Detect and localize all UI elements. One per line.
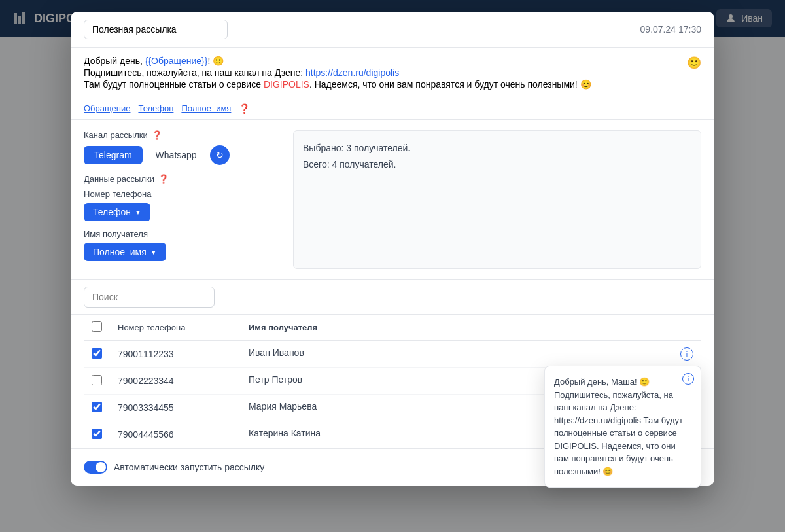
phone-dropdown-btn[interactable]: Телефон ▼ [84, 203, 150, 221]
phone-dropdown-arrow: ▼ [135, 209, 141, 216]
message-line3: Там будут полноценные статьи о сервисе D… [84, 79, 682, 90]
refresh-button[interactable]: ↻ [210, 145, 230, 165]
preview-text: Добрый день, Маша! 🙂 Подпишитесь, пожалу… [554, 376, 691, 478]
message-line2: Подпишитесь, пожалуйста, на наш канал на… [84, 67, 682, 78]
recipient-name-label: Имя получателя [84, 229, 280, 239]
row-checkbox-0[interactable] [92, 348, 102, 359]
tab-whatsapp[interactable]: Whatsapp [145, 146, 207, 164]
row-checkbox-1[interactable] [92, 375, 102, 385]
var-tag-fullname[interactable]: Полное_имя [181, 103, 231, 114]
channel-section: Канал рассылки ❓ Telegram Whatsapp ↻ Дан… [71, 120, 714, 280]
brand-name: DIGIPOLIS [264, 79, 309, 90]
recipients-total: Всего: 4 получателей. [303, 156, 691, 173]
data-help-icon[interactable]: ❓ [158, 174, 169, 184]
variable-tags-row: Обращение Телефон Полное_имя ❓ [71, 98, 714, 120]
message-area: Добрый день, {{Обращение}}! 🙂 Подпишитес… [71, 48, 714, 98]
preview-info-icon[interactable]: i [682, 373, 694, 385]
var-tag-phone[interactable]: Телефон [138, 103, 173, 114]
emoji-button[interactable]: 🙂 [687, 56, 701, 70]
channel-help-icon[interactable]: ❓ [152, 130, 162, 140]
phone-field-label: Номер телефона [84, 189, 280, 199]
variable-help-icon[interactable]: ❓ [239, 103, 250, 114]
recipient-dropdown-btn[interactable]: Полное_имя ▼ [84, 243, 166, 261]
col-phone: Номер телефона [110, 315, 241, 341]
auto-launch-row: Автоматически запустить рассылку [84, 461, 264, 474]
dzen-link[interactable]: https://dzen.ru/digipolis [305, 67, 399, 78]
cell-phone: 79003334455 [110, 395, 241, 421]
cell-phone: 79002223344 [110, 368, 241, 395]
tab-telegram[interactable]: Telegram [84, 146, 143, 164]
auto-launch-toggle[interactable] [84, 461, 107, 474]
mailing-name-input[interactable] [84, 20, 228, 39]
channel-label: Канал рассылки ❓ [84, 130, 280, 140]
data-label: Данные рассылки ❓ [84, 174, 280, 184]
table-row: 79001112233Иван Ивановi [84, 341, 701, 368]
cell-name: Иван Ивановi [241, 341, 701, 368]
modal-header: 09.07.24 17:30 [71, 12, 714, 48]
col-name: Имя получателя [241, 315, 701, 341]
channel-left-panel: Канал рассылки ❓ Telegram Whatsapp ↻ Дан… [84, 130, 280, 269]
auto-launch-label: Автоматически запустить рассылку [114, 462, 264, 472]
cell-phone: 79001112233 [110, 341, 241, 368]
var-tag-address[interactable]: Обращение [84, 103, 130, 114]
search-input[interactable] [84, 287, 215, 308]
modal-timestamp: 09.07.24 17:30 [640, 24, 701, 35]
row-checkbox-3[interactable] [92, 429, 102, 439]
recipients-selected: Выбрано: 3 получателей. [303, 140, 691, 156]
select-all-checkbox[interactable] [92, 321, 102, 332]
search-section [71, 280, 714, 315]
preview-popup: i Добрый день, Маша! 🙂 Подпишитесь, пожа… [544, 366, 701, 488]
recipients-panel: Выбрано: 3 получателей. Всего: 4 получат… [293, 130, 701, 269]
row-info-icon[interactable]: i [680, 347, 693, 361]
message-line1: Добрый день, {{Обращение}}! 🙂 [84, 56, 682, 66]
row-checkbox-2[interactable] [92, 402, 102, 412]
recipient-dropdown-arrow: ▼ [150, 249, 157, 256]
cell-phone: 79004445566 [110, 421, 241, 448]
channel-tabs: Telegram Whatsapp ↻ [84, 145, 280, 165]
